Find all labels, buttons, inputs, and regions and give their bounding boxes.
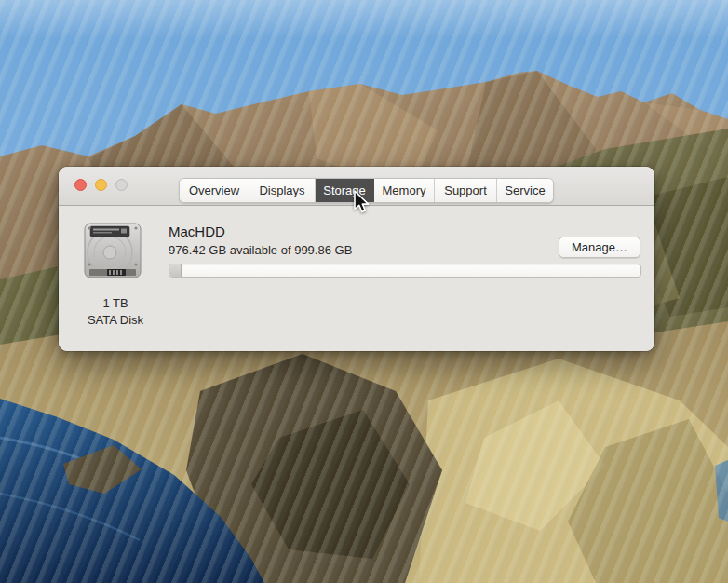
tab-displays[interactable]: Displays — [249, 179, 316, 202]
about-this-mac-window: Overview Displays Storage Memory Support… — [59, 167, 654, 351]
window-titlebar: Overview Displays Storage Memory Support… — [59, 167, 654, 206]
storage-panel: 1 TB SATA Disk MacHDD 976.42 GB availabl… — [59, 206, 654, 351]
zoom-button-disabled — [115, 179, 128, 191]
disk-type-label: SATA Disk — [64, 312, 167, 329]
screen: Overview Displays Storage Memory Support… — [0, 0, 728, 583]
storage-used-fill — [169, 264, 182, 277]
traffic-lights — [74, 179, 128, 191]
close-button[interactable] — [74, 179, 87, 191]
minimize-button[interactable] — [95, 179, 107, 191]
storage-usage-bar — [169, 264, 641, 278]
tab-support[interactable]: Support — [435, 179, 497, 202]
tab-bar: Overview Displays Storage Memory Support… — [179, 178, 554, 203]
hard-disk-icon — [82, 222, 143, 281]
disk-size-label: 1 TB — [64, 295, 167, 312]
disk-name: MacHDD — [169, 224, 225, 239]
tab-overview[interactable]: Overview — [180, 179, 249, 202]
disk-caption: 1 TB SATA Disk — [64, 295, 167, 328]
disk-availability-text: 976.42 GB available of 999.86 GB — [169, 243, 352, 257]
tab-storage[interactable]: Storage — [316, 179, 374, 202]
manage-button[interactable]: Manage… — [559, 237, 640, 258]
tab-service[interactable]: Service — [497, 179, 553, 202]
tab-memory[interactable]: Memory — [374, 179, 435, 202]
